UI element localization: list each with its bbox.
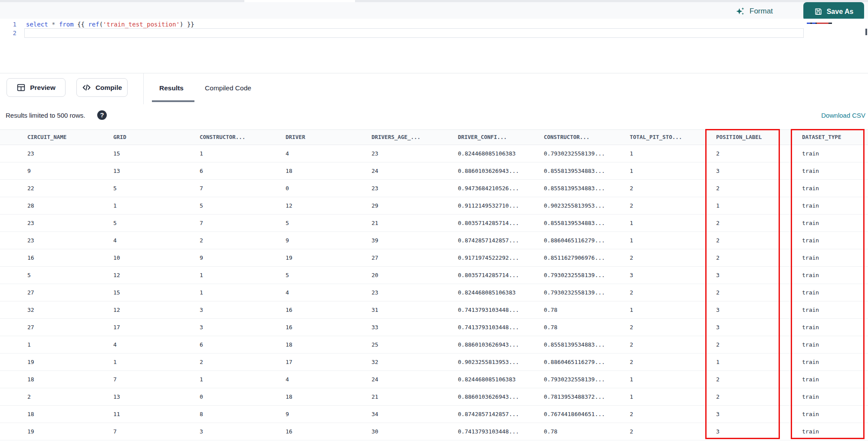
table-cell: 7 — [113, 371, 117, 388]
active-tab-underline — [152, 100, 194, 102]
table-cell: 1 — [630, 215, 633, 231]
table-cell: 19 — [286, 249, 293, 266]
table-cell: 0.8742857142857... — [458, 406, 519, 423]
table-cell: 9 — [200, 249, 203, 266]
table-cell: 11 — [113, 406, 120, 423]
table-cell: 1 — [27, 336, 31, 353]
table-cell: 0.8558139534883... — [544, 336, 605, 353]
table-cell: 0.7930232558139... — [544, 267, 605, 284]
column-header: DRIVER — [286, 130, 305, 145]
table-cell: 23 — [372, 284, 378, 301]
table-cell: 33 — [372, 319, 378, 336]
table-cell: 16 — [27, 249, 34, 266]
compile-label: Compile — [95, 84, 122, 92]
code-token: select — [26, 21, 48, 28]
table-cell: 4 — [286, 371, 289, 388]
table-cell: 0.8558139534883... — [544, 162, 605, 179]
preview-label: Preview — [30, 84, 56, 92]
highlight-box-position-label — [705, 129, 780, 439]
table-cell: 0.9023255813953... — [544, 197, 605, 214]
table-cell: 4 — [113, 232, 117, 249]
format-button[interactable]: Format — [735, 4, 773, 19]
table-cell: 1 — [200, 267, 203, 284]
table-cell: 0.9112149532710... — [458, 197, 519, 214]
table-cell: 21 — [372, 215, 378, 231]
compile-button[interactable]: Compile — [76, 78, 128, 97]
download-csv-link[interactable]: Download CSV — [821, 112, 865, 119]
results-info-bar: Results limited to 500 rows. ? Download … — [0, 104, 868, 129]
code-token: ) }} — [180, 21, 194, 28]
table-cell: 2 — [630, 406, 633, 423]
results-action-bar: Preview Compile Results Compiled Code — [0, 73, 868, 105]
code-token — [48, 21, 52, 28]
preview-button[interactable]: Preview — [7, 78, 66, 97]
table-cell: 0.824468085106383 — [458, 371, 516, 388]
table-cell: 3 — [630, 267, 633, 284]
table-cell: 6 — [200, 336, 203, 353]
table-cell: 0.9473684210526... — [458, 180, 519, 197]
table-cell: 18 — [286, 162, 293, 179]
line-number-2: 2 — [0, 29, 16, 37]
table-cell: 2 — [200, 354, 203, 370]
table-cell: 0.7413793103448... — [458, 301, 519, 318]
table-cell: 12 — [286, 197, 293, 214]
table-cell: 10 — [113, 249, 120, 266]
table-cell: 0.8558139534883... — [544, 215, 605, 231]
table-cell: 22 — [27, 180, 34, 197]
table-cell: 34 — [372, 406, 378, 423]
table-cell: 16 — [286, 301, 293, 318]
table-cell: 0.8860103626943... — [458, 336, 519, 353]
table-cell: 1 — [630, 388, 633, 405]
format-label: Format — [750, 7, 773, 16]
table-cell: 0.9171974522292... — [458, 249, 519, 266]
editor-minimap[interactable] — [805, 19, 868, 73]
table-cell: 0.7674418604651... — [544, 406, 605, 423]
table-cell: 13 — [113, 162, 120, 179]
table-cell: 27 — [27, 319, 34, 336]
table-cell: 0.8860465116279... — [544, 232, 605, 249]
table-cell: 30 — [372, 423, 378, 440]
table-cell: 3 — [200, 319, 203, 336]
table-cell: 20 — [372, 267, 378, 284]
code-token — [55, 21, 59, 28]
table-cell: 23 — [27, 232, 34, 249]
minimap-code-line — [807, 23, 832, 24]
editor-toolbar: Format Save As — [0, 2, 868, 19]
table-cell: 2 — [200, 232, 203, 249]
line-number-1: 1 — [0, 20, 16, 29]
code-icon — [82, 83, 91, 92]
table-cell: 18 — [286, 388, 293, 405]
table-cell: 0.8511627906976... — [544, 249, 605, 266]
save-as-button[interactable]: Save As — [803, 2, 864, 21]
table-cell: 24 — [372, 162, 378, 179]
sql-editor[interactable]: 1 2 select * from {{ ref('train_test_pos… — [0, 19, 868, 73]
table-cell: 23 — [372, 180, 378, 197]
table-cell: 0.78 — [544, 319, 557, 336]
column-header: CONSTRUCTOR... — [544, 130, 589, 145]
table-cell: 16 — [286, 319, 293, 336]
table-cell: 39 — [372, 232, 378, 249]
table-cell: 13 — [113, 388, 120, 405]
table-cell: 27 — [372, 249, 378, 266]
tab-results[interactable]: Results — [156, 73, 187, 103]
table-cell: 23 — [27, 145, 34, 162]
table-cell: 17 — [286, 354, 293, 370]
table-cell: 5 — [286, 267, 289, 284]
minimap-scrollbar[interactable] — [865, 29, 867, 35]
table-cell: 1 — [113, 197, 117, 214]
table-cell: 0.824468085106383 — [458, 145, 516, 162]
help-icon[interactable]: ? — [97, 110, 107, 120]
tab-compiled-code[interactable]: Compiled Code — [201, 73, 255, 103]
table-cell: 0.7813953488372... — [544, 388, 605, 405]
table-cell: 7 — [200, 215, 203, 231]
table-cell: 5 — [113, 180, 117, 197]
table-cell: 1 — [630, 301, 633, 318]
code-line-1: select * from {{ ref('train_test_positio… — [26, 20, 194, 29]
current-line-highlight — [24, 28, 804, 38]
table-cell: 0.78 — [544, 423, 557, 440]
table-cell: 9 — [27, 162, 31, 179]
table-cell: 0 — [200, 388, 203, 405]
table-cell: 15 — [113, 145, 120, 162]
table-cell: 5 — [200, 197, 203, 214]
table-cell: 8 — [200, 406, 203, 423]
